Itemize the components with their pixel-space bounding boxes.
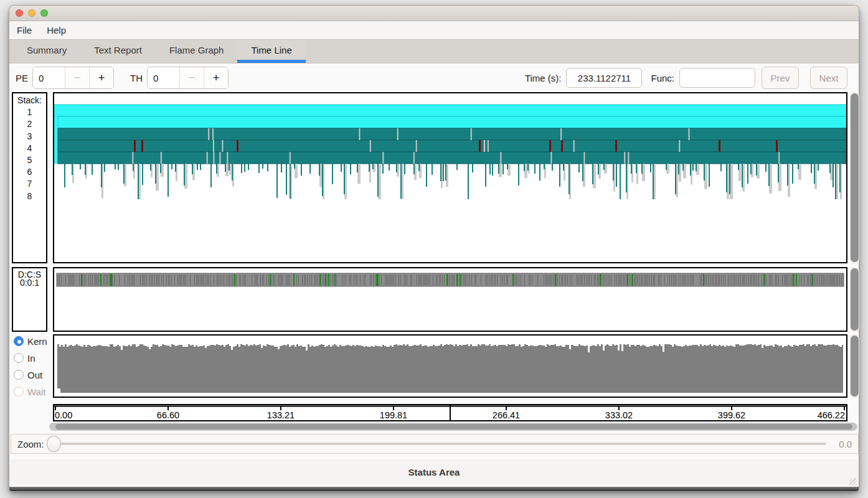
stack-scrollbar-thumb[interactable]: [851, 93, 859, 262]
prev-button[interactable]: Prev: [762, 67, 799, 89]
svg-text:199.81: 199.81: [380, 410, 407, 420]
dcs-value: 0:0:1: [13, 279, 46, 287]
stack-label-box: Stack: 1 2 3 4 5 6 7 8: [12, 92, 47, 263]
next-button[interactable]: Next: [810, 67, 847, 89]
stack-level-4: 4: [13, 143, 46, 154]
pe-label: PE: [16, 73, 28, 83]
kern-area-svg: [54, 336, 846, 397]
th-label: TH: [130, 73, 143, 83]
kern-option[interactable]: Kern: [14, 336, 47, 347]
zoom-value: 0.0: [839, 439, 852, 449]
stack-level-1: 1: [13, 106, 46, 118]
dcs-scrollbar-thumb[interactable]: [851, 268, 859, 331]
stack-level-3: 3: [13, 131, 46, 143]
menu-file[interactable]: File: [17, 25, 32, 35]
toolbar-right-group: Time (s): Func: Prev Next: [525, 67, 847, 89]
stack-flame-svg: [54, 93, 846, 262]
stack-level-7: 7: [13, 178, 46, 190]
time-axis: 0.0066.60133.21199.81266.41333.02399.624…: [53, 404, 847, 421]
status-text: Status Area: [408, 467, 460, 477]
dcs-vertical-scrollbar[interactable]: [850, 267, 859, 332]
horizontal-scrollbar-thumb[interactable]: [55, 424, 852, 430]
svg-text:466.22: 466.22: [818, 410, 845, 420]
radio-icon[interactable]: [14, 370, 24, 380]
status-bar: Status Area: [9, 459, 859, 485]
th-decrement-button[interactable]: −: [179, 67, 204, 88]
menubar: File Help: [9, 21, 859, 39]
svg-text:0.00: 0.00: [55, 410, 72, 420]
titlebar[interactable]: [9, 6, 859, 21]
kern-usage-chart[interactable]: [53, 334, 847, 398]
kern-scrollbar-thumb[interactable]: [851, 336, 859, 397]
kern-radio-group: Kern In Out Wait: [14, 336, 47, 397]
dcs-label-box: D:C:S 0:0:1: [12, 267, 47, 332]
svg-text:133.21: 133.21: [267, 410, 295, 420]
tab-flame-graph[interactable]: Flame Graph: [156, 40, 238, 63]
tabbar: Summary Text Report Flame Graph Time Lin…: [9, 39, 859, 63]
radio-icon[interactable]: [14, 387, 24, 397]
timeline-toolbar: PE 0 − + TH 0 − + Time (s): Func: Prev N…: [9, 63, 859, 92]
func-input[interactable]: [679, 68, 755, 88]
func-label: Func:: [651, 73, 674, 83]
radio-icon[interactable]: [14, 336, 24, 346]
pe-spinner: 0 − +: [32, 67, 114, 89]
kern-option-label: Kern: [27, 336, 47, 347]
zoom-slider-thumb[interactable]: [47, 436, 61, 452]
pe-decrement-button[interactable]: −: [65, 67, 89, 88]
zoom-bar: Zoom: 0.0: [11, 434, 859, 454]
kern-option-label: In: [27, 353, 35, 364]
svg-text:266.41: 266.41: [493, 410, 520, 420]
svg-text:333.02: 333.02: [605, 410, 633, 420]
svg-text:66.60: 66.60: [157, 410, 179, 420]
stack-title: Stack:: [13, 95, 46, 106]
th-spinner: 0 − +: [147, 67, 229, 89]
dcs-timeline-chart[interactable]: [53, 267, 847, 332]
stack-level-6: 6: [13, 166, 46, 178]
pe-value[interactable]: 0: [33, 67, 65, 88]
menu-help[interactable]: Help: [47, 25, 66, 35]
pe-increment-button[interactable]: +: [89, 67, 113, 88]
zoom-slider-track[interactable]: [61, 443, 827, 445]
traffic-lights: [16, 9, 48, 17]
stack-level-2: 2: [13, 118, 46, 130]
time-input[interactable]: [566, 68, 642, 88]
tab-text-report[interactable]: Text Report: [80, 40, 156, 63]
tab-time-line[interactable]: Time Line: [237, 40, 305, 63]
svg-text:399.62: 399.62: [718, 410, 745, 420]
kern-option[interactable]: Out: [14, 369, 47, 380]
stack-level-5: 5: [13, 154, 46, 166]
kern-vertical-scrollbar[interactable]: [850, 334, 859, 398]
minimize-window-icon[interactable]: [28, 9, 35, 17]
kern-option[interactable]: In: [14, 352, 47, 364]
maximize-window-icon[interactable]: [40, 9, 48, 17]
tab-summary[interactable]: Summary: [13, 40, 80, 63]
app-window: File Help Summary Text Report Flame Grap…: [9, 5, 859, 492]
radio-icon[interactable]: [14, 353, 24, 363]
kern-option[interactable]: Wait: [14, 386, 47, 397]
time-label: Time (s):: [525, 73, 562, 83]
stack-timeline-chart[interactable]: [53, 92, 847, 263]
stack-vertical-scrollbar[interactable]: [850, 92, 859, 263]
kern-option-label: Wait: [27, 387, 45, 397]
th-increment-button[interactable]: +: [204, 67, 228, 88]
dcs-stripes-svg: [54, 268, 846, 331]
timeline-horizontal-scrollbar[interactable]: [49, 423, 857, 431]
th-value[interactable]: 0: [148, 67, 179, 88]
resize-grip-icon[interactable]: [849, 478, 857, 486]
stack-level-8: 8: [13, 190, 46, 202]
close-window-icon[interactable]: [16, 9, 23, 17]
kern-option-label: Out: [27, 370, 42, 380]
zoom-label: Zoom:: [17, 439, 44, 449]
time-axis-svg: 0.0066.60133.21199.81266.41333.02399.624…: [54, 405, 846, 420]
window-bottom-edge: [9, 487, 859, 491]
